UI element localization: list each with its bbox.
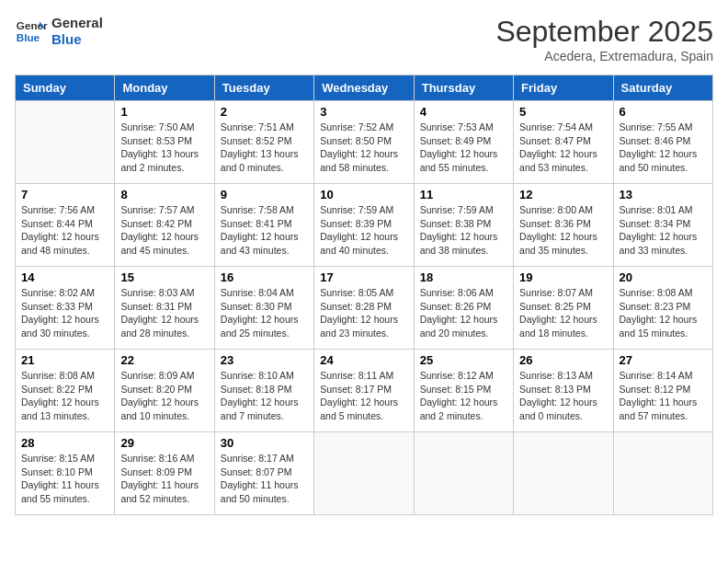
day-info: Sunrise: 8:04 AM Sunset: 8:30 PM Dayligh… <box>221 286 308 340</box>
day-number: 7 <box>21 188 108 201</box>
calendar-cell: 22Sunrise: 8:09 AM Sunset: 8:20 PM Dayli… <box>115 350 214 432</box>
month-title: September 2025 <box>495 15 713 49</box>
day-info: Sunrise: 8:09 AM Sunset: 8:20 PM Dayligh… <box>120 369 208 423</box>
calendar-cell: 8Sunrise: 7:57 AM Sunset: 8:42 PM Daylig… <box>115 184 214 267</box>
calendar-body: 1Sunrise: 7:50 AM Sunset: 8:53 PM Daylig… <box>16 101 713 515</box>
svg-text:General: General <box>17 19 48 31</box>
day-info: Sunrise: 7:56 AM Sunset: 8:44 PM Dayligh… <box>21 203 108 258</box>
calendar-header-row: SundayMondayTuesdayWednesdayThursdayFrid… <box>16 75 713 101</box>
week-row-2: 7Sunrise: 7:56 AM Sunset: 8:44 PM Daylig… <box>16 184 713 267</box>
week-row-4: 21Sunrise: 8:08 AM Sunset: 8:22 PM Dayli… <box>16 350 713 432</box>
week-row-3: 14Sunrise: 8:02 AM Sunset: 8:33 PM Dayli… <box>16 267 713 350</box>
calendar-cell: 17Sunrise: 8:05 AM Sunset: 8:28 PM Dayli… <box>314 267 414 350</box>
day-info: Sunrise: 7:51 AM Sunset: 8:52 PM Dayligh… <box>221 121 308 175</box>
day-number: 21 <box>21 353 108 367</box>
day-number: 20 <box>620 270 707 284</box>
day-number: 25 <box>420 353 507 367</box>
day-number: 23 <box>221 353 308 367</box>
day-info: Sunrise: 8:13 AM Sunset: 8:13 PM Dayligh… <box>519 369 607 423</box>
calendar-cell <box>314 432 414 515</box>
day-number: 27 <box>620 353 707 367</box>
day-info: Sunrise: 8:14 AM Sunset: 8:12 PM Dayligh… <box>620 369 707 423</box>
calendar-cell: 9Sunrise: 7:58 AM Sunset: 8:41 PM Daylig… <box>214 184 313 267</box>
day-number: 17 <box>320 270 407 284</box>
day-info: Sunrise: 8:11 AM Sunset: 8:17 PM Dayligh… <box>320 369 407 423</box>
calendar-cell: 28Sunrise: 8:15 AM Sunset: 8:10 PM Dayli… <box>16 432 115 515</box>
day-number: 29 <box>120 436 208 450</box>
calendar-cell: 3Sunrise: 7:52 AM Sunset: 8:50 PM Daylig… <box>314 101 414 184</box>
calendar-cell: 18Sunrise: 8:06 AM Sunset: 8:26 PM Dayli… <box>414 267 513 350</box>
day-info: Sunrise: 8:12 AM Sunset: 8:15 PM Dayligh… <box>420 369 507 423</box>
day-info: Sunrise: 7:55 AM Sunset: 8:46 PM Dayligh… <box>620 121 707 175</box>
day-info: Sunrise: 8:17 AM Sunset: 8:07 PM Dayligh… <box>221 452 308 506</box>
calendar-cell: 16Sunrise: 8:04 AM Sunset: 8:30 PM Dayli… <box>214 267 313 350</box>
day-number: 11 <box>420 188 507 201</box>
calendar-cell: 30Sunrise: 8:17 AM Sunset: 8:07 PM Dayli… <box>214 432 313 515</box>
header-cell-saturday: Saturday <box>613 75 712 101</box>
day-number: 30 <box>221 436 308 450</box>
calendar-cell: 4Sunrise: 7:53 AM Sunset: 8:49 PM Daylig… <box>414 101 513 184</box>
calendar-cell <box>414 432 513 515</box>
calendar-cell: 25Sunrise: 8:12 AM Sunset: 8:15 PM Dayli… <box>414 350 513 432</box>
day-number: 24 <box>320 353 407 367</box>
title-area: September 2025 Acedera, Extremadura, Spa… <box>495 15 713 63</box>
week-row-1: 1Sunrise: 7:50 AM Sunset: 8:53 PM Daylig… <box>16 101 713 184</box>
day-info: Sunrise: 8:01 AM Sunset: 8:34 PM Dayligh… <box>620 203 707 258</box>
day-number: 10 <box>320 188 407 201</box>
calendar-cell: 29Sunrise: 8:16 AM Sunset: 8:09 PM Dayli… <box>115 432 214 515</box>
day-info: Sunrise: 7:53 AM Sunset: 8:49 PM Dayligh… <box>420 121 507 175</box>
header-cell-thursday: Thursday <box>414 75 513 101</box>
day-info: Sunrise: 7:59 AM Sunset: 8:39 PM Dayligh… <box>320 203 407 258</box>
day-info: Sunrise: 8:10 AM Sunset: 8:18 PM Dayligh… <box>221 369 308 423</box>
day-number: 14 <box>21 270 108 284</box>
day-number: 2 <box>221 105 308 119</box>
day-number: 26 <box>519 353 607 367</box>
day-number: 28 <box>21 436 108 450</box>
day-info: Sunrise: 7:50 AM Sunset: 8:53 PM Dayligh… <box>120 121 208 175</box>
day-number: 19 <box>519 270 607 284</box>
day-info: Sunrise: 8:08 AM Sunset: 8:23 PM Dayligh… <box>620 286 707 340</box>
calendar-cell: 7Sunrise: 7:56 AM Sunset: 8:44 PM Daylig… <box>16 184 115 267</box>
location-title: Acedera, Extremadura, Spain <box>495 49 713 63</box>
calendar-table: SundayMondayTuesdayWednesdayThursdayFrid… <box>15 75 713 515</box>
calendar-cell: 19Sunrise: 8:07 AM Sunset: 8:25 PM Dayli… <box>514 267 613 350</box>
calendar-cell <box>514 432 613 515</box>
calendar-cell: 6Sunrise: 7:55 AM Sunset: 8:46 PM Daylig… <box>613 101 712 184</box>
logo-general: General <box>51 15 103 31</box>
day-number: 22 <box>120 353 208 367</box>
day-number: 15 <box>120 270 208 284</box>
day-info: Sunrise: 7:58 AM Sunset: 8:41 PM Dayligh… <box>221 203 308 258</box>
day-number: 8 <box>120 188 208 201</box>
calendar-cell: 21Sunrise: 8:08 AM Sunset: 8:22 PM Dayli… <box>16 350 115 432</box>
day-number: 4 <box>420 105 507 119</box>
day-info: Sunrise: 7:54 AM Sunset: 8:47 PM Dayligh… <box>519 121 607 175</box>
calendar-cell: 14Sunrise: 8:02 AM Sunset: 8:33 PM Dayli… <box>16 267 115 350</box>
calendar-cell: 26Sunrise: 8:13 AM Sunset: 8:13 PM Dayli… <box>514 350 613 432</box>
day-info: Sunrise: 7:52 AM Sunset: 8:50 PM Dayligh… <box>320 121 407 175</box>
day-info: Sunrise: 7:57 AM Sunset: 8:42 PM Dayligh… <box>120 203 208 258</box>
calendar-cell: 23Sunrise: 8:10 AM Sunset: 8:18 PM Dayli… <box>214 350 313 432</box>
calendar-cell: 1Sunrise: 7:50 AM Sunset: 8:53 PM Daylig… <box>115 101 214 184</box>
calendar-cell: 20Sunrise: 8:08 AM Sunset: 8:23 PM Dayli… <box>613 267 712 350</box>
calendar-cell: 12Sunrise: 8:00 AM Sunset: 8:36 PM Dayli… <box>514 184 613 267</box>
day-number: 3 <box>320 105 407 119</box>
header-cell-sunday: Sunday <box>16 75 115 101</box>
day-info: Sunrise: 8:03 AM Sunset: 8:31 PM Dayligh… <box>120 286 208 340</box>
day-info: Sunrise: 8:16 AM Sunset: 8:09 PM Dayligh… <box>120 452 208 506</box>
calendar-cell: 24Sunrise: 8:11 AM Sunset: 8:17 PM Dayli… <box>314 350 414 432</box>
header-cell-monday: Monday <box>115 75 214 101</box>
calendar-cell: 5Sunrise: 7:54 AM Sunset: 8:47 PM Daylig… <box>514 101 613 184</box>
logo-blue: Blue <box>51 31 103 48</box>
day-info: Sunrise: 8:06 AM Sunset: 8:26 PM Dayligh… <box>420 286 507 340</box>
day-number: 5 <box>519 105 607 119</box>
svg-text:Blue: Blue <box>17 31 40 43</box>
calendar-cell: 2Sunrise: 7:51 AM Sunset: 8:52 PM Daylig… <box>214 101 313 184</box>
calendar-cell: 10Sunrise: 7:59 AM Sunset: 8:39 PM Dayli… <box>314 184 414 267</box>
header: General Blue General Blue September 2025… <box>15 15 713 63</box>
header-cell-tuesday: Tuesday <box>214 75 313 101</box>
calendar-cell: 13Sunrise: 8:01 AM Sunset: 8:34 PM Dayli… <box>613 184 712 267</box>
day-number: 13 <box>620 188 707 201</box>
day-number: 16 <box>221 270 308 284</box>
day-info: Sunrise: 8:05 AM Sunset: 8:28 PM Dayligh… <box>320 286 407 340</box>
day-info: Sunrise: 8:00 AM Sunset: 8:36 PM Dayligh… <box>519 203 607 258</box>
